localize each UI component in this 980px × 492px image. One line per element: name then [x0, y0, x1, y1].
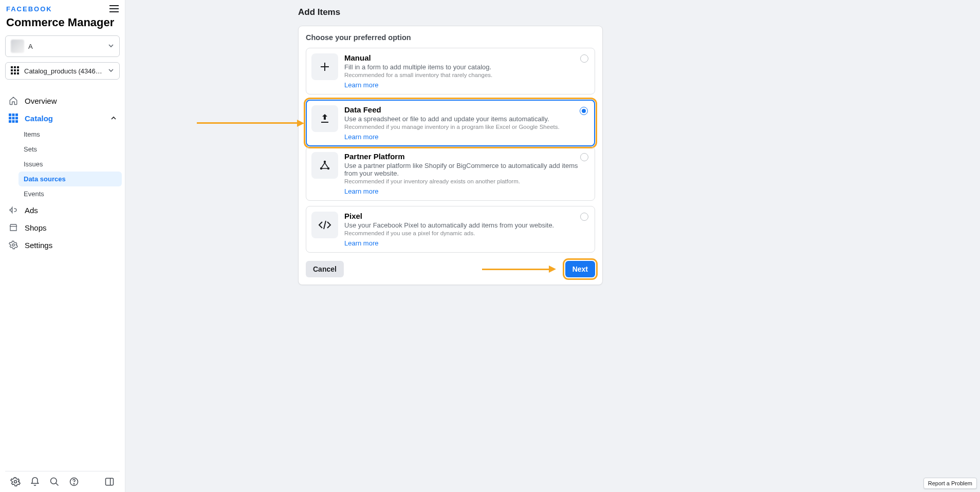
option-pixel-rec: Recommended if you use a pixel for dynam… [344, 230, 554, 236]
option-pixel[interactable]: Pixel Use your Facebook Pixel to automat… [306, 206, 595, 253]
chevron-down-icon [108, 42, 114, 51]
plus-icon [311, 53, 338, 80]
option-data-feed-title: Data Feed [344, 105, 560, 114]
options-card: Choose your preferred option Manual Fill… [298, 26, 603, 285]
option-partner-link[interactable]: Learn more [344, 187, 378, 195]
hamburger-menu-icon[interactable] [109, 5, 119, 12]
subnav-issues[interactable]: Issues [19, 157, 122, 172]
action-row: Cancel Next [306, 261, 595, 277]
catalog-selector[interactable]: Catalog_products (43461994... [5, 62, 120, 80]
page-title: Add Items [298, 7, 603, 17]
sidebar-nav: Overview Catalog Items Sets Issues Data … [0, 90, 125, 471]
account-selector[interactable]: A [5, 35, 120, 57]
home-icon [8, 96, 19, 105]
svg-rect-6 [9, 120, 11, 123]
option-data-feed-rec: Recommended if you manage inventory in a… [344, 124, 560, 130]
option-manual-desc: Fill in a form to add multiple items to … [344, 63, 492, 71]
annotation-arrow-option [197, 120, 304, 127]
svg-point-11 [51, 478, 57, 484]
nav-settings-label: Settings [25, 241, 52, 250]
svg-point-15 [324, 161, 326, 163]
grid-icon [11, 66, 20, 75]
gear-icon [8, 240, 19, 250]
footer-panel-icon[interactable] [104, 477, 115, 487]
nav-settings[interactable]: Settings [3, 236, 122, 254]
catalog-subnav: Items Sets Issues Data sources Events [3, 127, 122, 201]
storefront-icon [8, 223, 19, 232]
next-button[interactable]: Next [565, 261, 595, 277]
code-icon [311, 212, 338, 238]
svg-point-9 [12, 244, 15, 247]
svg-rect-14 [106, 478, 114, 485]
option-manual-rec: Recommended for a small inventory that r… [344, 72, 492, 78]
option-pixel-radio[interactable] [580, 213, 588, 221]
nav-overview[interactable]: Overview [3, 92, 122, 109]
option-partner-desc: Use a partner platform like Shopify or B… [344, 162, 588, 177]
sidebar: FACEBOOK Commerce Manager A Catalog_prod… [0, 0, 125, 492]
chevron-up-icon [110, 114, 117, 123]
svg-rect-8 [15, 120, 18, 123]
svg-rect-1 [12, 113, 15, 116]
svg-rect-2 [15, 113, 18, 116]
option-partner-radio[interactable] [580, 153, 588, 161]
option-data-feed-desc: Use a spreadsheet or file to add and upd… [344, 115, 560, 123]
catalog-label: Catalog_products (43461994... [24, 67, 104, 75]
megaphone-icon [8, 205, 19, 215]
option-pixel-desc: Use your Facebook Pixel to automatically… [344, 221, 554, 229]
nav-catalog-label: Catalog [25, 114, 53, 123]
option-manual-title: Manual [344, 53, 492, 62]
option-manual[interactable]: Manual Fill in a form to add multiple it… [306, 48, 595, 94]
subnav-events[interactable]: Events [19, 186, 122, 201]
subnav-sets[interactable]: Sets [19, 142, 122, 157]
account-label: A [28, 43, 104, 50]
selectors: A Catalog_products (43461994... [0, 33, 125, 90]
svg-rect-4 [12, 117, 15, 120]
option-manual-radio[interactable] [580, 54, 588, 63]
card-title: Choose your preferred option [306, 33, 595, 42]
partner-icon [311, 152, 338, 179]
option-manual-link[interactable]: Learn more [344, 81, 378, 89]
option-pixel-link[interactable]: Learn more [344, 239, 378, 247]
option-data-feed-radio[interactable] [580, 107, 588, 115]
cancel-button[interactable]: Cancel [306, 261, 344, 277]
option-data-feed-link[interactable]: Learn more [344, 133, 378, 141]
svg-rect-7 [12, 120, 15, 123]
sidebar-header: FACEBOOK Commerce Manager [0, 0, 125, 33]
option-partner[interactable]: Partner Platform Use a partner platform … [306, 146, 595, 201]
annotation-arrow-next [482, 266, 556, 273]
product-title: Commerce Manager [6, 16, 119, 29]
account-avatar [11, 40, 24, 53]
catalog-grid-icon [8, 113, 19, 123]
footer-help-icon[interactable] [69, 477, 79, 487]
upload-icon [311, 105, 338, 132]
subnav-data-sources[interactable]: Data sources [19, 172, 122, 186]
svg-point-13 [73, 484, 74, 484]
sidebar-footer [5, 471, 120, 492]
nav-shops-label: Shops [25, 223, 47, 232]
nav-ads[interactable]: Ads [3, 201, 122, 219]
nav-ads-label: Ads [25, 206, 38, 215]
option-partner-title: Partner Platform [344, 152, 588, 161]
footer-bell-icon[interactable] [30, 477, 40, 487]
svg-rect-3 [9, 117, 11, 120]
option-pixel-title: Pixel [344, 212, 554, 220]
nav-catalog[interactable]: Catalog [3, 109, 122, 127]
main-content: Add Items Choose your preferred option M… [125, 0, 980, 492]
svg-rect-0 [9, 113, 11, 116]
chevron-down-icon [108, 66, 114, 75]
svg-rect-5 [15, 117, 18, 120]
nav-overview-label: Overview [25, 97, 57, 105]
svg-point-10 [14, 481, 17, 483]
footer-settings-icon[interactable] [10, 477, 21, 487]
subnav-items[interactable]: Items [19, 127, 122, 142]
footer-search-icon[interactable] [49, 477, 60, 487]
nav-shops[interactable]: Shops [3, 219, 122, 236]
option-data-feed[interactable]: Data Feed Use a spreadsheet or file to a… [306, 100, 595, 146]
report-problem-button[interactable]: Report a Problem [923, 478, 977, 489]
brand-logo: FACEBOOK [6, 5, 119, 13]
option-partner-rec: Recommended if your inventory already ex… [344, 178, 588, 184]
